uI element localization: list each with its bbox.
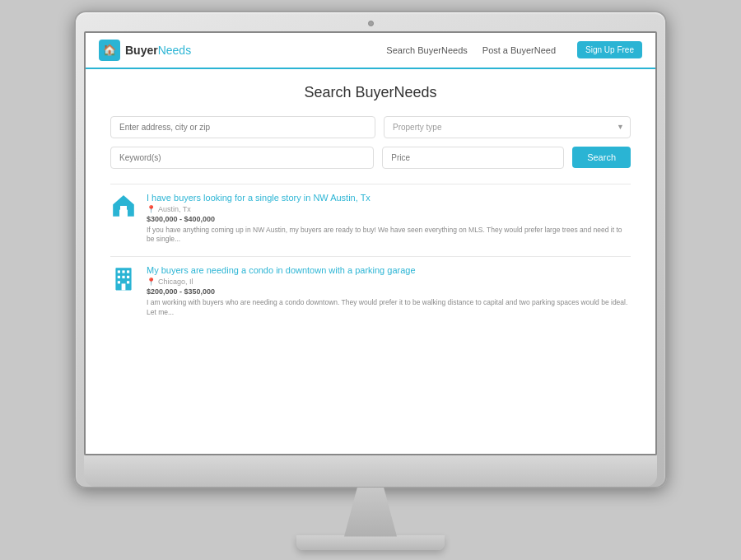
divider-1 [110, 184, 631, 184]
svg-rect-9 [127, 276, 129, 278]
listing-price-1: $300,000 - $400,000 [147, 215, 631, 223]
monitor-screen: 🏠 BuyerNeeds Search BuyerNeeds Post a Bu… [84, 31, 657, 455]
listing-location-1: 📍 Austin, Tx [147, 205, 631, 213]
search-row-1: Property type House Condo Townhouse Land… [110, 116, 631, 138]
listing-desc-2: I am working with buyers who are needing… [147, 298, 631, 318]
svg-rect-11 [127, 281, 129, 283]
nav-link-post[interactable]: Post a BuyerNeed [482, 45, 556, 55]
listing-item-2: My buyers are needing a condo in downtow… [110, 265, 631, 318]
building-icon [110, 265, 137, 292]
keyword-input[interactable] [110, 147, 374, 169]
property-type-select[interactable]: Property type House Condo Townhouse Land [384, 116, 631, 138]
location-pin-icon-2: 📍 [147, 278, 156, 286]
site-wrapper: 🏠 BuyerNeeds Search BuyerNeeds Post a Bu… [86, 33, 655, 454]
search-row-2: Search [110, 147, 631, 169]
property-type-wrapper: Property type House Condo Townhouse Land… [384, 116, 631, 138]
monitor-shell: 🏠 BuyerNeeds Search BuyerNeeds Post a Bu… [74, 11, 667, 488]
svg-rect-5 [122, 271, 124, 273]
svg-rect-2 [120, 206, 127, 211]
logo: 🏠 BuyerNeeds [99, 40, 386, 61]
search-form: Property type House Condo Townhouse Land… [110, 116, 631, 169]
page-title: Search BuyerNeeds [110, 84, 631, 101]
monitor-base [296, 535, 445, 550]
logo-text: BuyerNeeds [125, 44, 191, 57]
listing-item-1: I have buyers looking for a single story… [110, 193, 631, 245]
nav-links: Search BuyerNeeds Post a BuyerNeed Sign … [386, 41, 642, 58]
svg-rect-12 [122, 284, 126, 291]
svg-rect-7 [118, 276, 120, 278]
monitor-chin [84, 455, 657, 487]
price-input[interactable] [382, 147, 564, 169]
search-button[interactable]: Search [572, 147, 631, 168]
monitor-top-bar [84, 21, 657, 31]
listing-location-2: 📍 Chicago, Il [147, 278, 631, 286]
svg-rect-4 [118, 271, 120, 273]
signup-button[interactable]: Sign Up Free [577, 41, 642, 58]
main-content: Search BuyerNeeds Property type House Co… [86, 69, 655, 454]
location-pin-icon: 📍 [147, 205, 156, 213]
camera-dot [368, 21, 374, 26]
monitor-stand [338, 488, 403, 537]
logo-needs: Needs [158, 44, 191, 57]
listing-content-2: My buyers are needing a condo in downtow… [147, 265, 631, 318]
svg-rect-10 [118, 281, 120, 283]
listing-desc-1: If you have anything coming up in NW Aus… [147, 226, 631, 245]
nav-link-search[interactable]: Search BuyerNeeds [386, 45, 467, 55]
logo-buyer: Buyer [125, 44, 158, 57]
house-icon [110, 193, 137, 219]
address-input[interactable] [110, 116, 375, 138]
svg-marker-1 [113, 195, 134, 204]
listing-price-2: $200,000 - $350,000 [147, 287, 631, 296]
svg-rect-6 [127, 271, 129, 273]
svg-rect-8 [122, 276, 124, 278]
listing-content-1: I have buyers looking for a single story… [147, 193, 631, 245]
listing-title-2[interactable]: My buyers are needing a condo in downtow… [147, 265, 631, 275]
listing-title-1[interactable]: I have buyers looking for a single story… [147, 193, 631, 203]
navbar: 🏠 BuyerNeeds Search BuyerNeeds Post a Bu… [86, 33, 655, 69]
divider-2 [110, 256, 631, 257]
logo-icon: 🏠 [99, 40, 120, 61]
